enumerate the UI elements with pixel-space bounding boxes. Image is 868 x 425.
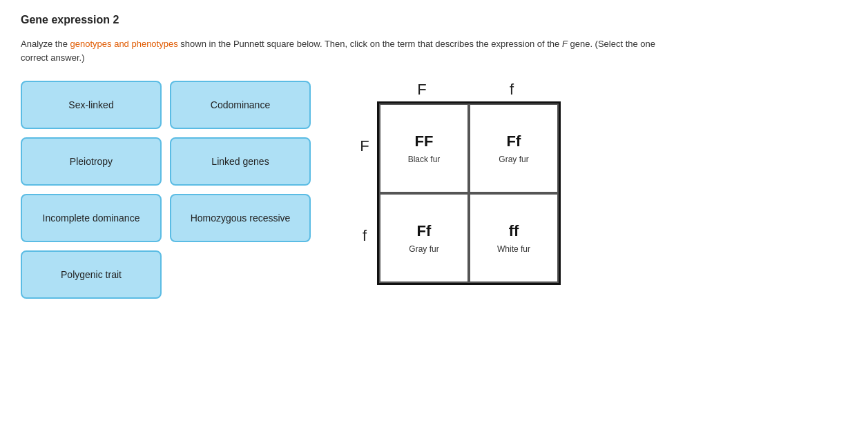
punnett-header-row: F f — [377, 81, 557, 99]
punnett-col-label-F: F — [377, 81, 467, 99]
cell-genotype-FF: FF — [415, 132, 434, 150]
option-codominance[interactable]: Codominance — [170, 81, 311, 129]
instructions: Analyze the genotypes and phenotypes sho… — [21, 37, 677, 64]
punnett-cell-FF: FF Black fur — [379, 103, 469, 193]
main-content: Sex-linked Codominance Pleiotropy Linked… — [21, 81, 847, 299]
punnett-body: F f FF Black fur Ff Gray fur Ff Gray fur — [352, 101, 561, 285]
punnett-cell-Ff-bottom: Ff Gray fur — [379, 193, 469, 283]
punnett-section: F f F f FF Black fur Ff Gray fur — [352, 81, 561, 285]
option-linked-genes[interactable]: Linked genes — [170, 137, 311, 186]
punnett-grid: FF Black fur Ff Gray fur Ff Gray fur ff … — [377, 101, 561, 285]
cell-genotype-ff: ff — [509, 222, 519, 240]
punnett-row-label-f: f — [352, 191, 377, 281]
answer-options: Sex-linked Codominance Pleiotropy Linked… — [21, 81, 311, 299]
cell-phenotype-ff: White fur — [497, 244, 530, 254]
option-sex-linked[interactable]: Sex-linked — [21, 81, 162, 129]
page-title: Gene expression 2 — [21, 14, 847, 26]
option-homozygous-recessive[interactable]: Homozygous recessive — [170, 194, 311, 242]
cell-phenotype-Ff-bottom: Gray fur — [409, 244, 438, 254]
punnett-row-label-F: F — [352, 101, 377, 191]
cell-genotype-Ff-top: Ff — [507, 132, 521, 150]
cell-genotype-Ff-bottom: Ff — [417, 222, 432, 240]
instructions-highlight: genotypes and phenotypes — [70, 39, 178, 49]
option-polygenic-trait[interactable]: Polygenic trait — [21, 250, 162, 299]
cell-phenotype-Ff-top: Gray fur — [499, 155, 528, 164]
punnett-cell-ff: ff White fur — [469, 193, 559, 283]
punnett-wrapper: F f F f FF Black fur Ff Gray fur — [352, 81, 561, 285]
punnett-col-label-f: f — [467, 81, 557, 99]
option-incomplete-dominance[interactable]: Incomplete dominance — [21, 194, 162, 242]
option-pleiotropy[interactable]: Pleiotropy — [21, 137, 162, 186]
punnett-cell-Ff-top: Ff Gray fur — [469, 103, 559, 193]
punnett-row-labels: F f — [352, 101, 377, 285]
cell-phenotype-FF: Black fur — [408, 155, 441, 164]
